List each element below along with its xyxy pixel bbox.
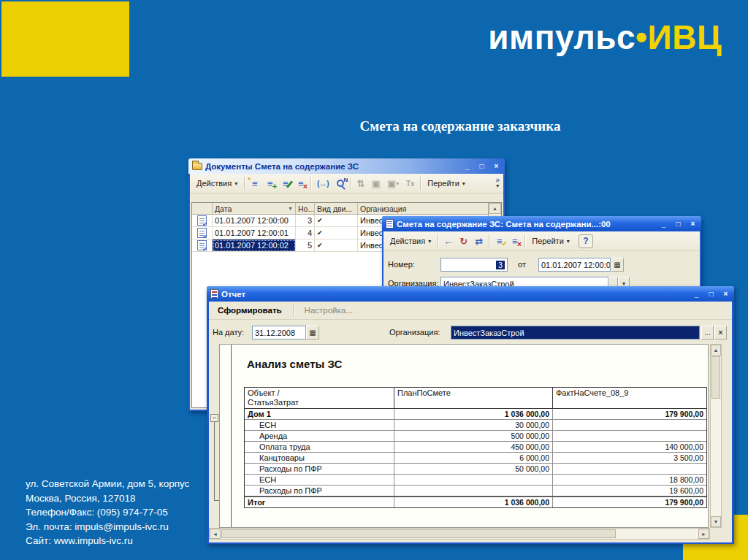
contact-info: ул. Советской Армии, дом 5, корпус Москв… (26, 477, 189, 548)
documents-table-header: Дата▼ Но... Вид дви... Организация (192, 203, 488, 215)
column-header-number[interactable]: Но... (296, 203, 315, 214)
paste-icon[interactable]: ▣▾ (383, 177, 402, 190)
org-select-button[interactable]: ... (701, 326, 714, 340)
report-cell-name: Расходы по ПФР (245, 486, 394, 496)
close-button[interactable]: × (687, 219, 699, 229)
toolbar-overflow-icon[interactable]: »▾ (495, 177, 501, 189)
posted-document-icon (197, 215, 207, 226)
goto-menu-button[interactable]: Перейти▾ (527, 234, 574, 248)
minimize-button[interactable]: _ (461, 161, 473, 172)
dropdown-icon: ▾ (428, 238, 431, 245)
folder-icon (192, 163, 202, 170)
cell-date[interactable]: 01.01.2007 12:00:01 (213, 227, 296, 239)
column-header-org[interactable]: Организация (358, 203, 488, 214)
cell-kind-check[interactable]: ✔ (315, 227, 358, 239)
company-logo: импульс•ИВЦ (488, 18, 722, 57)
report-table-header: Объект /СтатьяЗатрат ПланПоСмете ФактНаС… (245, 388, 706, 409)
decor-top-left-square (1, 1, 129, 77)
set-interval-icon[interactable]: (↔) (313, 177, 332, 190)
report-cell-name: Канцтовары (245, 453, 394, 463)
unpost-document-icon[interactable]: ≡× (507, 234, 522, 248)
actions-menu-button[interactable]: Действия▾ (386, 234, 435, 248)
maximize-button[interactable]: □ (672, 219, 684, 229)
calendar-icon: ▦ (309, 329, 316, 337)
documents-window-titlebar[interactable]: Документы Смета на содержание ЗС _ □ × (188, 158, 505, 174)
reread-icon[interactable]: ↻ (456, 234, 471, 248)
back-to-list-icon[interactable]: ← (440, 234, 456, 248)
posted-document-icon (197, 240, 207, 250)
maximize-button[interactable]: □ (476, 161, 488, 172)
org-clear-button[interactable]: × (714, 326, 727, 340)
minimize-button[interactable]: _ (690, 289, 703, 299)
on-date-label: На дату: (213, 328, 244, 337)
report-cell-plan: 450 000,00 (394, 442, 553, 452)
report-cell-plan (394, 475, 553, 485)
report-cell-name: Расходы по ПФР (245, 464, 394, 474)
cell-date[interactable]: 01.01.2007 12:00:02 (213, 239, 296, 252)
dropdown-icon: ▾ (567, 238, 570, 245)
scroll-down-icon[interactable]: ▼ (711, 516, 721, 527)
scroll-up-icon[interactable]: ▲ (711, 345, 721, 356)
document-icon (386, 219, 394, 229)
delete-icon[interactable]: ≡× (293, 177, 308, 190)
report-organization-input[interactable]: ИнвестЗаказСтрой (451, 326, 700, 340)
report-row: Итог 1 036 000,00 179 900,00 (245, 496, 706, 507)
scroll-left-icon[interactable]: ◄ (210, 529, 221, 539)
calendar-button[interactable]: ▦ (611, 258, 624, 272)
close-button[interactable]: × (720, 289, 732, 299)
collapse-group-button[interactable]: − (210, 414, 218, 422)
contact-address-line1: ул. Советской Армии, дом 5, корпус (26, 477, 189, 491)
cell-date[interactable]: 01.01.2007 12:00:00 (213, 215, 296, 227)
report-row: ЕСН 18 800,00 (245, 475, 706, 486)
report-sheet: Анализ сметы ЗС Объект /СтатьяЗатрат Пла… (219, 344, 709, 528)
report-date-input[interactable]: 31.12.2008 (252, 326, 306, 340)
estimate-toolbar: Действия▾ ← ↻ ⇄ ≡✔ ≡× Перейти▾ ? (383, 231, 700, 251)
goto-menu-button[interactable]: Перейти▾ (423, 177, 470, 190)
edit-icon[interactable]: ≡ (278, 177, 293, 190)
date-input[interactable]: 01.01.2007 12:00:0 (538, 258, 611, 272)
report-horizontal-scrollbar[interactable]: ◄ ► (209, 528, 710, 540)
number-input[interactable]: 3 (440, 258, 508, 272)
settings-button[interactable]: Настройка... (300, 304, 357, 316)
report-cell-fact: 140 000,00 (553, 442, 706, 452)
report-vertical-scrollbar[interactable]: ▲ ▼ (710, 344, 722, 528)
vertical-scroll-thumb[interactable] (711, 356, 720, 399)
maximize-button[interactable]: □ (705, 289, 717, 299)
add-copy-icon[interactable]: ≡+ (262, 177, 278, 190)
post-document-icon[interactable]: ≡✔ (492, 234, 507, 248)
slide-title: Смета на содержание заказчика (241, 118, 679, 134)
find-by-number-icon[interactable]: N (332, 177, 348, 190)
column-header-kind[interactable]: Вид дви... (315, 203, 358, 214)
report-row: ЕСН 30 000,00 (245, 420, 706, 431)
estimate-window-titlebar[interactable]: Смета на содержание ЗС: Смета на содержа… (382, 216, 701, 231)
cell-kind-check[interactable]: ✔ (315, 215, 358, 227)
cell-number[interactable]: 5 (296, 239, 315, 252)
scroll-right-icon[interactable]: ► (698, 529, 709, 539)
report-cell-fact: 179 900,00 (553, 497, 706, 507)
actions-menu-button[interactable]: Действия▾ (192, 177, 242, 190)
report-cell-plan (394, 486, 553, 496)
help-button[interactable]: ? (579, 234, 593, 248)
add-icon[interactable]: ≡* (247, 177, 262, 190)
generate-button[interactable]: Сформировать (213, 304, 286, 316)
minimize-button[interactable]: _ (657, 219, 670, 229)
filter-cancel-icon[interactable]: Тx (402, 177, 418, 190)
copy-icon[interactable]: ▣ (368, 177, 383, 190)
scroll-up-icon[interactable]: ▲ (489, 203, 501, 214)
swap-icon[interactable]: ⇄ (471, 234, 486, 248)
report-menubar: Сформировать Настройка... (209, 302, 732, 320)
presentation-slide: импульс•ИВЦ Смета на содержание заказчик… (0, 0, 748, 560)
report-window: Отчет _ □ × Сформировать Настройка... На… (207, 286, 734, 544)
report-row: Расходы по ПФР 50 000,00 (245, 464, 706, 475)
column-header-date[interactable]: Дата▼ (213, 203, 296, 214)
horizontal-scroll-thumb[interactable] (221, 529, 616, 538)
calendar-button[interactable]: ▦ (306, 326, 319, 340)
sort-icon[interactable]: ⇅ (353, 177, 368, 190)
documents-window-title: Документы Смета на содержание ЗС (205, 162, 458, 171)
close-button[interactable]: × (490, 161, 503, 172)
report-window-titlebar[interactable]: Отчет _ □ × (207, 286, 734, 302)
cell-number[interactable]: 3 (296, 215, 315, 227)
estimate-window-title: Смета на содержание ЗС: Смета на содержа… (397, 220, 654, 229)
cell-kind-check[interactable]: ✔ (315, 239, 358, 252)
cell-number[interactable]: 4 (296, 227, 315, 239)
